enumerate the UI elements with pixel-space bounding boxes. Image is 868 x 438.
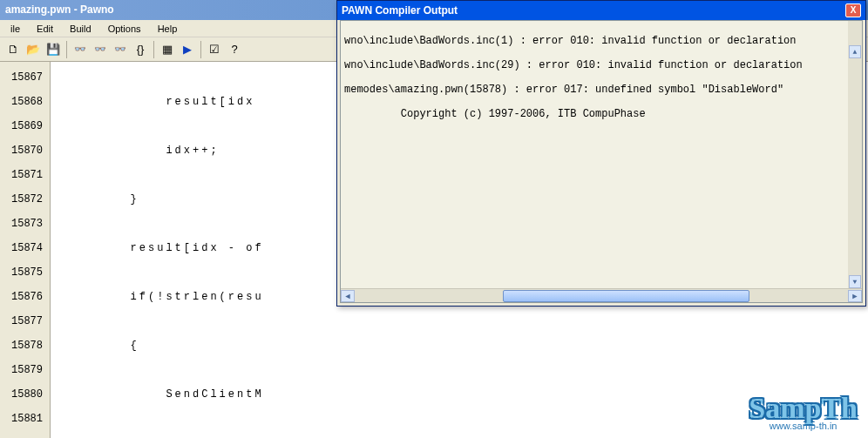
menu-build[interactable]: Build (63, 22, 98, 36)
code-line: SendClientM (59, 382, 868, 407)
line-number: 15870 (0, 138, 50, 163)
compile-button[interactable]: ▦ (158, 40, 177, 59)
new-icon: 🗋 (8, 43, 19, 56)
line-gutter: 15867 15868 15869 15870 15871 15872 1587… (0, 62, 51, 438)
help-icon: ? (231, 43, 237, 56)
line-number: 15880 (0, 382, 50, 407)
menu-edit[interactable]: Edit (30, 22, 60, 36)
scroll-right-icon[interactable]: ► (848, 290, 862, 302)
line-number: 15874 (0, 236, 50, 260)
line-number: 15878 (0, 334, 50, 358)
line-number: 15871 (0, 163, 50, 187)
scroll-thumb[interactable] (503, 290, 749, 302)
replace-button[interactable]: 👓 (111, 40, 130, 59)
line-number: 15876 (0, 285, 50, 309)
output-line: Copyright (c) 1997-2006, ITB CompuPhase (344, 108, 858, 120)
line-number: 15867 (0, 65, 50, 90)
binoculars-next-icon: 👓 (94, 44, 106, 55)
save-icon: 💾 (46, 43, 60, 56)
help-button[interactable]: ? (225, 40, 244, 59)
open-button[interactable]: 📂 (24, 40, 43, 59)
line-number: 15877 (0, 309, 50, 334)
line-number: 15869 (0, 114, 50, 138)
run-button[interactable]: ▶ (178, 40, 197, 59)
close-button[interactable]: X (845, 3, 861, 17)
code-line: return 1; (59, 431, 868, 438)
compiler-titlebar[interactable]: PAWN Compiler Output X (337, 1, 865, 20)
code-line: { (59, 334, 868, 358)
line-number: 15875 (0, 260, 50, 285)
scroll-track[interactable] (355, 290, 848, 302)
compiler-output-window: PAWN Compiler Output X wno\include\BadWo… (336, 0, 866, 307)
output-line: wno\include\BadWords.inc(29) : error 010… (344, 59, 858, 71)
scroll-up-icon[interactable]: ▲ (849, 45, 861, 58)
main-title: amazing.pwn - Pawno (5, 3, 114, 16)
toolbar-separator (66, 41, 67, 58)
line-number: 15872 (0, 187, 50, 212)
vertical-scrollbar[interactable]: ▲ ▼ (848, 21, 862, 288)
line-number: 15881 (0, 407, 50, 431)
options-button[interactable]: ☑ (205, 40, 224, 59)
compiler-title: PAWN Compiler Output (342, 4, 458, 17)
menu-help[interactable]: Help (151, 22, 185, 36)
menu-file[interactable]: ile (3, 22, 27, 36)
scroll-left-icon[interactable]: ◄ (341, 290, 355, 302)
horizontal-scrollbar[interactable]: ◄ ► (341, 288, 862, 302)
findnext-button[interactable]: 👓 (91, 40, 110, 59)
save-button[interactable]: 💾 (44, 40, 63, 59)
compiler-body: wno\include\BadWords.inc(1) : error 010:… (340, 20, 863, 303)
options-icon: ☑ (209, 43, 220, 56)
run-icon: ▶ (183, 43, 192, 56)
new-button[interactable]: 🗋 (3, 40, 23, 59)
find-button[interactable]: 👓 (71, 40, 90, 59)
output-line: wno\include\BadWords.inc(1) : error 010:… (344, 35, 858, 47)
compile-icon: ▦ (162, 43, 173, 56)
replace-icon: 👓 (114, 44, 126, 55)
goto-icon: {} (137, 43, 145, 56)
output-line: memodes\amazing.pwn(15878) : error 017: … (344, 84, 858, 96)
goto-button[interactable]: {} (131, 40, 150, 59)
toolbar-separator-2 (153, 41, 154, 58)
scroll-down-icon[interactable]: ▼ (849, 275, 861, 288)
line-number: 15873 (0, 212, 50, 236)
menu-options[interactable]: Options (101, 22, 148, 36)
compiler-output-text[interactable]: wno\include\BadWords.inc(1) : error 010:… (341, 21, 862, 288)
line-number: 15868 (0, 90, 50, 114)
binoculars-icon: 👓 (74, 44, 86, 55)
open-icon: 📂 (26, 43, 40, 56)
toolbar-separator-3 (200, 41, 201, 58)
close-icon: X (851, 5, 857, 15)
line-number: 15879 (0, 358, 50, 382)
